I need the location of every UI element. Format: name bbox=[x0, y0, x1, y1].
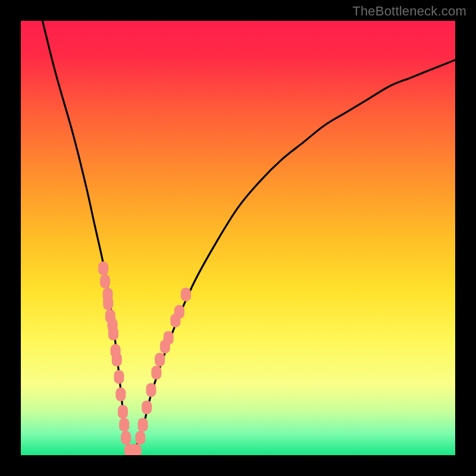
scatter-point bbox=[115, 387, 126, 401]
scatter-point bbox=[121, 431, 131, 444]
scatter-point bbox=[131, 444, 142, 455]
scatter-point bbox=[103, 296, 113, 310]
scatter-point bbox=[98, 262, 108, 275]
scatter-point bbox=[146, 383, 156, 397]
scatter-point bbox=[174, 305, 184, 319]
chart-frame: TheBottleneck.com bbox=[0, 0, 476, 476]
highlighted-points bbox=[98, 262, 191, 455]
scatter-point bbox=[100, 275, 110, 289]
scatter-point bbox=[135, 431, 145, 444]
scatter-point bbox=[164, 331, 174, 345]
scatter-point bbox=[155, 353, 165, 367]
scatter-point bbox=[114, 370, 124, 384]
scatter-point bbox=[118, 405, 128, 419]
scatter-point bbox=[112, 353, 122, 367]
scatter-point bbox=[142, 400, 152, 414]
bottleneck-curve bbox=[43, 21, 456, 454]
scatter-point bbox=[138, 418, 148, 431]
scatter-point bbox=[181, 287, 191, 301]
scatter-point bbox=[119, 418, 129, 431]
scatter-point bbox=[151, 366, 161, 380]
watermark-text: TheBottleneck.com bbox=[352, 4, 466, 19]
scatter-point bbox=[108, 327, 118, 340]
curve-layer bbox=[21, 21, 455, 455]
plot-area bbox=[21, 21, 455, 455]
